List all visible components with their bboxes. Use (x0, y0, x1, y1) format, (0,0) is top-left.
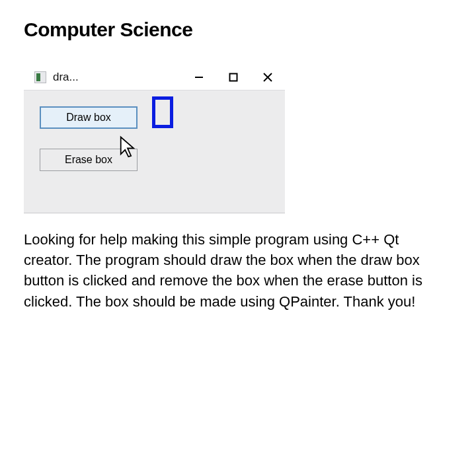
painted-box (152, 96, 173, 128)
svg-rect-1 (230, 74, 237, 81)
page-title: Computer Science (24, 18, 452, 41)
close-button[interactable] (251, 65, 285, 90)
maximize-button[interactable] (216, 65, 251, 90)
window-client-area: Draw box Erase box (24, 90, 285, 213)
question-body: Looking for help making this simple prog… (24, 229, 434, 312)
app-icon (34, 71, 46, 83)
window-title: dra... (53, 71, 79, 84)
erase-box-button[interactable]: Erase box (40, 149, 138, 171)
erase-box-button-label: Erase box (65, 154, 112, 166)
window-titlebar: dra... (24, 65, 285, 90)
minimize-button[interactable] (182, 65, 216, 90)
draw-box-button-label: Draw box (66, 112, 111, 124)
draw-box-button[interactable]: Draw box (40, 106, 138, 129)
app-window: dra... Draw box Erase box (24, 65, 285, 213)
